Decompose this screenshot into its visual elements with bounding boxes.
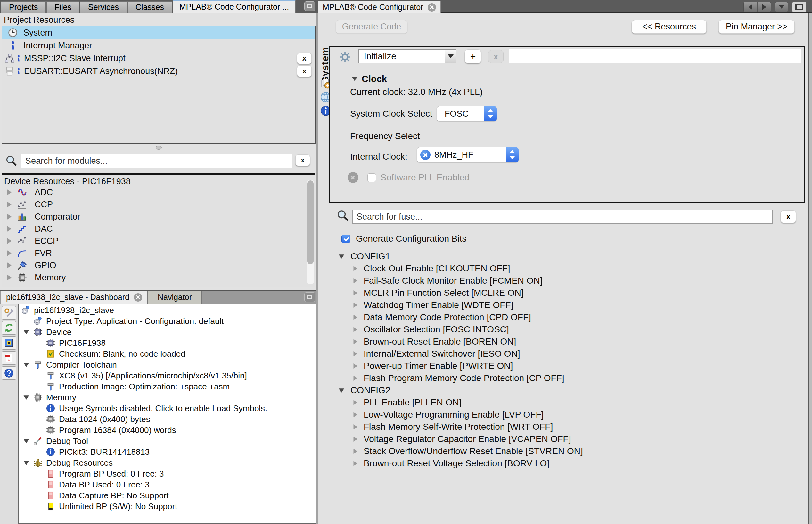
expand-icon[interactable] (354, 302, 357, 308)
tree-item-checksum[interactable]: Checksum: Blank, no code loaded (19, 348, 316, 359)
clear-module-search-button[interactable]: x (295, 154, 310, 166)
config-group-config1[interactable]: CONFIG1 (318, 250, 798, 262)
clock-group-legend[interactable]: Clock (348, 74, 391, 84)
forward-button[interactable] (757, 2, 771, 12)
expand-icon[interactable] (354, 278, 357, 283)
expand-icon[interactable] (354, 266, 357, 271)
config-item[interactable]: Voltage Regulator Capacitor Enable [VCAP… (318, 433, 798, 445)
config-item[interactable]: Low-Voltage Programming Enable [LVP OFF] (318, 409, 798, 421)
expand-icon[interactable] (354, 363, 357, 369)
tab-mcc[interactable]: MPLAB® Code Configurator (318, 1, 441, 14)
device-item-memory[interactable]: Memory (2, 272, 315, 284)
fuse-search-input[interactable] (352, 210, 773, 224)
pin-manager-button[interactable]: Pin Manager >> (718, 20, 795, 34)
resource-item-system[interactable]: System (2, 26, 315, 39)
tree-item-xc8[interactable]: XC8 (v1.35) [/Applications/microchip/xc8… (19, 370, 316, 381)
device-item-ccp[interactable]: CCP (2, 198, 315, 211)
config-item[interactable]: Internal/External Switchover [IESO ON] (318, 348, 798, 360)
api-select-arrow-button[interactable] (445, 49, 456, 63)
clear-fuse-search-button[interactable]: x (781, 210, 796, 223)
expand-icon[interactable] (354, 412, 357, 417)
expand-icon[interactable] (354, 424, 357, 429)
refresh-button[interactable] (2, 321, 16, 334)
config-item[interactable]: Flash Program Memory Code Protection [CP… (318, 372, 798, 384)
tree-item-program-memory[interactable]: Program 16384 (0x4000) words (19, 425, 316, 436)
remove-api-button-disabled[interactable]: x (488, 50, 504, 63)
tree-item-usage-symbols[interactable]: Usage Symbols disabled. Click to enable … (19, 403, 316, 414)
config-item[interactable]: Fail-Safe Clock Monitor Enable [FCMEN ON… (318, 275, 798, 287)
config-item[interactable]: Brown-out Reset Voltage Selection [BORV … (318, 457, 798, 470)
tab-mcc-tree[interactable]: MPLAB® Code Configurator ... (173, 0, 295, 13)
system-clock-select[interactable]: FOSC (437, 106, 497, 121)
expand-icon[interactable] (7, 274, 12, 281)
collapse-icon[interactable] (352, 77, 357, 81)
tree-item-project-type[interactable]: Project Type: Application - Configuratio… (19, 316, 316, 327)
expand-icon[interactable] (354, 449, 357, 454)
export-pdf-button[interactable] (2, 351, 16, 365)
module-search-input[interactable] (21, 154, 292, 168)
expand-icon[interactable] (354, 327, 357, 332)
generate-code-button[interactable]: Generate Code (336, 20, 407, 34)
stepper-icon[interactable] (484, 106, 497, 121)
resource-item-interrupt-manager[interactable]: Interrupt Manager (2, 39, 315, 52)
config-item[interactable]: Brown-out Reset Enable [BOREN ON] (318, 335, 798, 348)
tab-projects[interactable]: Projects (1, 1, 46, 13)
expand-icon[interactable] (7, 250, 12, 257)
tab-navigator[interactable]: Navigator (148, 291, 202, 304)
expand-icon[interactable] (7, 226, 12, 232)
tree-item-data-capture-bp[interactable]: Data Capture BP: No Support (19, 490, 316, 501)
expand-icon[interactable] (7, 201, 12, 208)
tab-services[interactable]: Services (80, 1, 127, 13)
remove-resource-button[interactable]: x (297, 65, 312, 77)
tree-item-production-image[interactable]: Production Image: Optimization: +space +… (19, 381, 316, 392)
tree-item-program-bp[interactable]: Program BP Used: 0 Free: 3 (19, 468, 316, 479)
internal-clock-select[interactable]: 8MHz_HF (417, 147, 519, 163)
tree-item-debug-resources[interactable]: Debug Resources (19, 457, 316, 468)
resources-button[interactable]: << Resources (632, 20, 707, 34)
tree-item-data-bp[interactable]: Data BP Used: 0 Free: 3 (19, 479, 316, 490)
config-item[interactable]: Watchdog Timer Enable [WDTE OFF] (318, 299, 798, 311)
tab-dashboard[interactable]: pic16f1938_i2c_slave - Dashboard (1, 291, 148, 304)
generate-config-bits-checkbox[interactable] (341, 234, 350, 243)
device-item-gpio[interactable]: GPIO (2, 259, 315, 272)
tree-item-unlimited-bp[interactable]: Unlimited BP (S/W): No Support (19, 501, 316, 512)
minimize-window-group-button[interactable] (304, 292, 315, 302)
expand-icon[interactable] (354, 437, 357, 442)
expand-icon[interactable] (354, 376, 357, 381)
collapse-icon[interactable] (24, 461, 29, 465)
device-item-fvr[interactable]: FVR (2, 247, 315, 259)
focus-view-button[interactable] (2, 336, 16, 350)
remove-resource-button[interactable]: x (297, 52, 312, 64)
tree-item-device[interactable]: Device (19, 327, 316, 338)
expand-icon[interactable] (354, 315, 357, 320)
dropdown-button[interactable] (775, 2, 788, 12)
expand-icon[interactable] (354, 400, 357, 405)
scrollbar[interactable] (307, 180, 314, 284)
tree-item-memory[interactable]: Memory (19, 392, 316, 403)
api-name-field[interactable] (509, 49, 801, 63)
tree-item-data-memory[interactable]: Data 1024 (0x400) bytes (19, 414, 316, 425)
config-item[interactable]: Stack Overflow/Underflow Reset Enable [S… (318, 445, 798, 457)
device-item-dac[interactable]: DAC (2, 223, 315, 235)
expand-icon[interactable] (354, 461, 357, 466)
stepper-icon[interactable] (506, 147, 519, 163)
collapse-icon[interactable] (339, 255, 344, 259)
help-button[interactable] (2, 366, 16, 380)
config-item[interactable]: Clock Out Enable [CLKOUTEN OFF] (318, 262, 798, 275)
back-button[interactable] (744, 2, 757, 12)
collapse-icon[interactable] (339, 389, 344, 393)
expand-icon[interactable] (354, 290, 357, 295)
tree-item-debug-tool[interactable]: Debug Tool (19, 436, 316, 446)
expand-icon[interactable] (354, 351, 357, 356)
minimize-window-group-button[interactable] (304, 1, 315, 11)
expand-icon[interactable] (7, 262, 12, 268)
config-item[interactable]: PLL Enable [PLLEN ON] (318, 396, 798, 409)
api-select[interactable]: Initialize (358, 49, 445, 63)
config-item[interactable]: Oscillator Selection [FOSC INTOSC] (318, 323, 798, 335)
device-item-comparator[interactable]: Comparator (2, 211, 315, 223)
resource-item-eusart[interactable]: EUSART::EUSART Asynchronous(NRZ) x (2, 65, 315, 78)
splitter-handle[interactable] (156, 146, 162, 150)
config-item[interactable]: MCLR Pin Function Select [MCLRE ON] (318, 287, 798, 299)
tree-item-compiler-toolchain[interactable]: Compiler Toolchain (19, 359, 316, 370)
tree-item-pickit3[interactable]: PICkit3: BUR141418813 (19, 446, 316, 457)
